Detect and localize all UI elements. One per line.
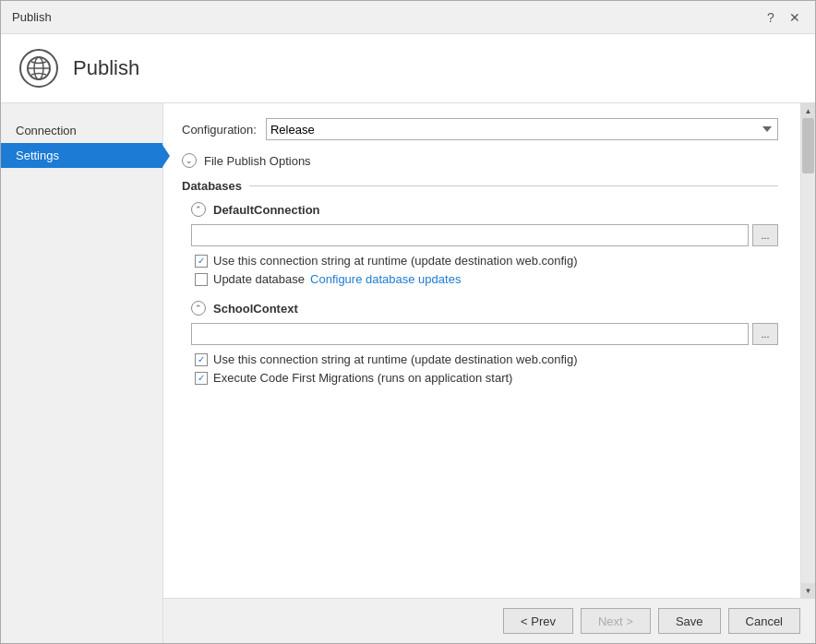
update-database-default-checkbox[interactable]: [195, 273, 208, 286]
default-connection-toggle-icon: ⌃: [191, 202, 206, 217]
header-title: Publish: [73, 56, 139, 80]
publish-icon: [19, 49, 58, 88]
file-publish-toggle-icon: ⌄: [182, 153, 197, 168]
cancel-button[interactable]: Cancel: [728, 608, 800, 634]
databases-label: Databases: [182, 179, 778, 193]
execute-migrations-school-label: Execute Code First Migrations (runs on a…: [213, 371, 512, 385]
sidebar-item-connection[interactable]: Connection: [1, 118, 162, 143]
configure-database-updates-link[interactable]: Configure database updates: [310, 272, 461, 286]
use-connection-string-school-label: Use this connection string at runtime (u…: [213, 352, 578, 366]
inner-content: Configuration: Release Debug ⌄ File Publ…: [182, 118, 797, 385]
use-connection-string-school-checkbox[interactable]: [195, 353, 208, 366]
content-area: Connection Settings Configuration: Relea…: [1, 103, 815, 643]
config-select[interactable]: Release Debug: [266, 118, 778, 140]
scrollbar-track[interactable]: [801, 118, 815, 583]
default-cb-row-1: Use this connection string at runtime (u…: [191, 254, 778, 268]
default-connection-name: DefaultConnection: [213, 203, 320, 217]
school-context-section: ⌃ SchoolContext ... Use this connection …: [182, 301, 778, 385]
publish-dialog: Publish ? ✕ Publish Connection Se: [0, 0, 816, 644]
school-context-toggle-icon: ⌃: [191, 301, 206, 316]
default-cb-row-2: Update database Configure database updat…: [191, 272, 778, 286]
default-connection-section: ⌃ DefaultConnection ... Use this connect…: [182, 202, 778, 286]
school-context-name: SchoolContext: [213, 302, 298, 316]
save-button[interactable]: Save: [658, 608, 721, 634]
use-connection-string-default-checkbox[interactable]: [195, 255, 208, 268]
close-button[interactable]: ✕: [786, 8, 804, 27]
prev-button[interactable]: < Prev: [503, 608, 573, 634]
scrollable-content: Configuration: Release Debug ⌄ File Publ…: [163, 103, 815, 598]
execute-migrations-school-checkbox[interactable]: [195, 372, 208, 385]
school-context-header[interactable]: ⌃ SchoolContext: [191, 301, 778, 316]
title-bar-controls: ? ✕: [762, 8, 804, 27]
file-publish-options-header[interactable]: ⌄ File Publish Options: [182, 153, 778, 168]
update-database-default-label: Update database: [213, 272, 305, 286]
config-row: Configuration: Release Debug: [182, 118, 778, 140]
sidebar-item-settings[interactable]: Settings: [1, 143, 162, 168]
title-bar: Publish ? ✕: [1, 1, 815, 34]
sidebar: Connection Settings: [1, 103, 162, 643]
file-publish-options-label: File Publish Options: [204, 154, 311, 168]
scrollbar-up-arrow[interactable]: ▲: [801, 103, 816, 118]
title-bar-left: Publish: [12, 10, 52, 24]
main-content: Configuration: Release Debug ⌄ File Publ…: [162, 103, 815, 643]
title-bar-title: Publish: [12, 10, 52, 24]
default-connection-browse-button[interactable]: ...: [752, 224, 778, 246]
scrollbar[interactable]: ▲ ▼: [800, 103, 815, 598]
school-context-input[interactable]: [191, 323, 749, 345]
school-context-browse-button[interactable]: ...: [752, 323, 778, 345]
help-button[interactable]: ?: [762, 8, 780, 27]
header-area: Publish: [1, 34, 815, 103]
school-context-input-row: ...: [191, 323, 778, 345]
school-cb-row-1: Use this connection string at runtime (u…: [191, 352, 778, 366]
default-connection-input[interactable]: [191, 224, 749, 246]
scrollbar-thumb[interactable]: [802, 118, 814, 173]
default-connection-input-row: ...: [191, 224, 778, 246]
default-connection-header[interactable]: ⌃ DefaultConnection: [191, 202, 778, 217]
use-connection-string-default-label: Use this connection string at runtime (u…: [213, 254, 578, 268]
next-button[interactable]: Next >: [581, 608, 651, 634]
scrollbar-down-arrow[interactable]: ▼: [801, 583, 816, 598]
config-label: Configuration:: [182, 123, 257, 137]
databases-section: Databases ⌃ DefaultConnection ...: [182, 179, 778, 385]
footer: < Prev Next > Save Cancel: [163, 598, 815, 643]
school-cb-row-2: Execute Code First Migrations (runs on a…: [191, 371, 778, 385]
